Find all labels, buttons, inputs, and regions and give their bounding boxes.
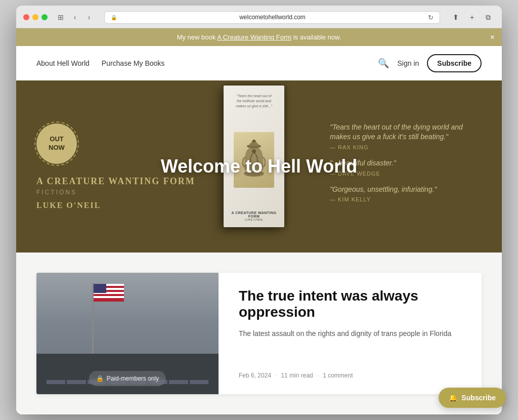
book-cover-title-small: A CREATURE WANTING FORM (229, 211, 279, 218)
article-image: 🔒 Paid-members only (36, 273, 219, 394)
nav-links: About Hell World Purchase My Books (36, 59, 164, 67)
nav-right: 🔍 Sign in Subscribe (378, 54, 482, 72)
new-tab-button[interactable]: + (465, 11, 479, 24)
book-cover-author-small: LUKE O'NEIL (229, 218, 279, 221)
article-read-time: 11 min read (281, 372, 313, 379)
announcement-banner: My new book A Creature Wanting Form is a… (16, 28, 502, 46)
quote-1-text: "Tears the heart out of the dying world … (330, 122, 482, 142)
close-banner-button[interactable]: × (490, 33, 495, 42)
forward-button[interactable]: › (83, 11, 95, 23)
hero-section: OUT NOW A CREATURE WANTING FORM FICTIONS… (16, 80, 502, 253)
us-flag (94, 284, 124, 302)
out-now-badge: OUT NOW (36, 123, 77, 164)
copy-button[interactable]: ⧉ (482, 11, 495, 24)
subscribe-float-label: Subscribe (461, 394, 496, 402)
article-date: Feb 6, 2024 (239, 372, 271, 379)
refresh-button[interactable]: ↻ (428, 14, 434, 21)
book-cover-blurb: "Tears the heart out ofthe hellhole worl… (236, 94, 272, 108)
lock-icon: 🔒 (111, 15, 117, 20)
book-author: LUKE O'NEIL (36, 201, 195, 210)
nav-bar: About Hell World Purchase My Books 🔍 Sig… (16, 46, 502, 80)
svg-point-4 (252, 149, 256, 153)
sign-in-button[interactable]: Sign in (397, 59, 419, 67)
traffic-lights (23, 14, 48, 20)
url-text: welcometohellworld.com (120, 14, 425, 21)
announcement-text: My new book A Creature Wanting Form is a… (177, 33, 341, 41)
announcement-link[interactable]: A Creature Wanting Form (217, 33, 291, 41)
browser-actions: ⬆ + ⧉ (449, 11, 495, 24)
minimize-window-button[interactable] (32, 14, 38, 20)
nav-subscribe-button[interactable]: Subscribe (427, 54, 482, 72)
quote-1: "Tears the heart out of the dying world … (330, 122, 482, 150)
book-subtitle: FICTIONS (36, 189, 195, 196)
fullscreen-window-button[interactable] (41, 14, 48, 20)
subscribe-float-button[interactable]: 🔔 Subscribe (439, 388, 506, 408)
article-title[interactable]: The true intent was always oppression (239, 288, 469, 320)
tab-grid-button[interactable]: ⊞ (55, 11, 67, 23)
article-card: 🔒 Paid-members only The true intent was … (36, 273, 482, 394)
url-bar[interactable]: 🔒 welcometohellworld.com ↻ (104, 11, 440, 24)
share-button[interactable]: ⬆ (449, 11, 462, 24)
article-comment-count: 1 comment (323, 372, 353, 379)
browser-window: ⊞ ‹ › 🔒 welcometohellworld.com ↻ ⬆ + ⧉ M… (16, 6, 502, 414)
hero-title-overlay: Welcome to Hell World (161, 156, 358, 177)
back-button[interactable]: ‹ (69, 11, 81, 23)
browser-chrome: ⊞ ‹ › 🔒 welcometohellworld.com ↻ ⬆ + ⧉ (16, 6, 502, 28)
book-title: A CREATURE WANTING FORM (36, 176, 195, 187)
flag-canton (94, 284, 106, 293)
website-content: My new book A Creature Wanting Form is a… (16, 28, 502, 414)
article-meta: Feb 6, 2024 · 11 min read · 1 comment (239, 372, 469, 379)
meta-dot-1: · (275, 372, 277, 379)
paid-members-badge: 🔒 Paid-members only (89, 371, 166, 386)
search-button[interactable]: 🔍 (378, 58, 389, 69)
meta-dot-2: · (317, 372, 319, 379)
quote-1-author: — RAX KING (330, 144, 482, 150)
nav-link-about[interactable]: About Hell World (36, 59, 90, 67)
subscribe-float-icon: 🔔 (449, 394, 457, 402)
browser-nav: ⊞ ‹ › (55, 11, 95, 23)
close-window-button[interactable] (23, 14, 29, 20)
quote-3-text: "Gorgeous, unsettling, infuriating." (330, 185, 482, 195)
svg-rect-3 (253, 140, 255, 142)
quote-3-author: — KIM KELLY (330, 196, 482, 202)
lock-icon: 🔒 (96, 375, 104, 382)
article-content: The true intent was always oppression Th… (239, 273, 482, 394)
article-description: The latest assault on the rights and dig… (239, 328, 469, 339)
paid-members-label: Paid-members only (107, 375, 159, 382)
content-section: 🔒 Paid-members only The true intent was … (16, 253, 502, 414)
nav-link-books[interactable]: Purchase My Books (102, 59, 165, 67)
quote-3: "Gorgeous, unsettling, infuriating." — K… (330, 185, 482, 203)
